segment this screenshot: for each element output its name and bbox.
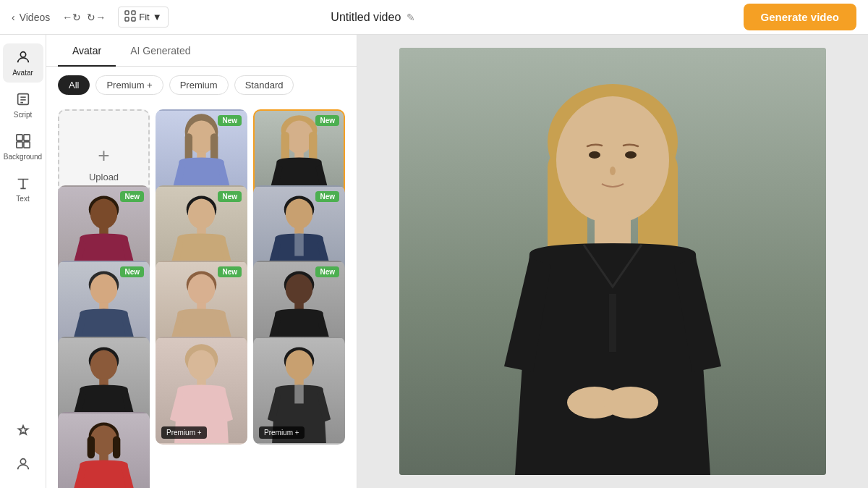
topbar-title-group: Untitled video ✎: [331, 11, 415, 24]
svg-point-66: [625, 151, 637, 159]
svg-rect-11: [16, 142, 22, 148]
sidebar-item-avatar[interactable]: Avatar: [3, 43, 43, 83]
video-title: Untitled video: [331, 11, 401, 24]
svg-point-38: [90, 274, 117, 305]
sidebar-item-effects[interactable]: [3, 418, 43, 447]
edit-title-icon[interactable]: ✎: [407, 12, 415, 23]
panel: Avatar AI Generated All Premium + Premiu…: [46, 35, 357, 488]
text-icon: [15, 175, 31, 193]
svg-point-64: [556, 96, 669, 224]
svg-point-13: [20, 459, 25, 464]
avatar-grid: + Upload: [46, 104, 357, 488]
svg-rect-10: [23, 135, 29, 140]
premium-badge-11: Premium +: [259, 426, 305, 439]
svg-point-67: [610, 167, 616, 175]
svg-rect-0: [125, 11, 129, 14]
sidebar-background-label: Background: [4, 153, 42, 161]
new-badge-7: New: [218, 266, 242, 277]
selected-avatar-preview: [399, 48, 826, 475]
svg-rect-58: [88, 437, 95, 459]
svg-point-34: [286, 198, 312, 229]
upload-label: Upload: [89, 172, 119, 182]
redo-button[interactable]: ↻→: [86, 7, 106, 28]
avatar-card-10[interactable]: Premium +: [156, 337, 247, 445]
canvas-area: [357, 35, 868, 488]
undo-redo-group: ←↻ ↻→: [61, 7, 106, 28]
sidebar-text-label: Text: [16, 195, 29, 203]
avatar-card-12[interactable]: Premium +: [58, 412, 150, 488]
generate-video-button[interactable]: Generate video: [744, 4, 856, 30]
new-badge-4: New: [218, 191, 242, 202]
svg-rect-59: [113, 437, 120, 459]
filter-premium-plus[interactable]: Premium +: [95, 75, 163, 95]
svg-point-65: [589, 151, 600, 159]
topbar-left: ‹ Videos ←↻ ↻→ Fit ▼: [12, 7, 322, 28]
avatar-card-11[interactable]: Premium +: [253, 337, 345, 445]
back-label: Videos: [20, 12, 51, 23]
undo-button[interactable]: ←↻: [61, 7, 82, 28]
svg-rect-12: [23, 142, 29, 148]
upload-plus-icon: +: [98, 144, 109, 167]
svg-rect-1: [132, 11, 135, 14]
filter-premium[interactable]: Premium: [169, 75, 229, 95]
svg-rect-36: [294, 233, 303, 256]
svg-point-26: [90, 198, 117, 229]
new-badge-6: New: [120, 266, 144, 277]
tab-ai-generated[interactable]: AI Generated: [116, 35, 205, 67]
new-badge-5: New: [315, 191, 339, 202]
sidebar-icons: Avatar Script Ba: [0, 35, 46, 488]
back-button[interactable]: ‹ Videos: [12, 12, 50, 23]
svg-rect-2: [125, 17, 129, 21]
back-icon: ‹: [12, 12, 15, 23]
new-badge-2: New: [315, 115, 339, 126]
svg-rect-9: [16, 135, 22, 140]
filter-all[interactable]: All: [58, 75, 90, 95]
filter-row: All Premium + Premium Standard: [46, 67, 357, 104]
video-canvas: [399, 48, 826, 475]
fit-chevron-icon: ▼: [153, 12, 162, 22]
panel-tabs: Avatar AI Generated: [46, 35, 357, 67]
svg-point-47: [90, 350, 117, 380]
sidebar-item-text[interactable]: Text: [3, 169, 43, 209]
script-icon: [15, 91, 31, 109]
filter-standard[interactable]: Standard: [234, 75, 294, 95]
svg-rect-55: [294, 384, 303, 403]
sidebar-avatar-label: Avatar: [12, 69, 33, 77]
fit-label: Fit: [139, 12, 149, 22]
new-badge-8: New: [315, 266, 339, 277]
background-icon: [15, 133, 31, 151]
svg-point-41: [188, 274, 215, 305]
premium-badge-10: Premium +: [161, 426, 207, 439]
svg-point-53: [286, 350, 312, 380]
svg-point-44: [286, 274, 312, 305]
sidebar-script-label: Script: [14, 111, 33, 119]
fit-icon: [124, 10, 136, 24]
topbar: ‹ Videos ←↻ ↻→ Fit ▼ Untitled video ✎ Ge…: [0, 0, 868, 35]
tab-avatar[interactable]: Avatar: [58, 35, 116, 67]
user-icon: [15, 456, 31, 474]
main-layout: Avatar Script Ba: [0, 35, 868, 488]
sidebar-item-background[interactable]: Background: [3, 127, 43, 167]
svg-point-4: [20, 52, 25, 57]
svg-point-70: [603, 387, 658, 418]
new-badge-3: New: [120, 191, 144, 202]
fit-button[interactable]: Fit ▼: [118, 7, 168, 28]
effects-icon: [15, 424, 31, 442]
svg-point-30: [188, 198, 215, 229]
sidebar-item-user[interactable]: [3, 450, 43, 479]
svg-rect-3: [132, 17, 135, 21]
sidebar-item-script[interactable]: Script: [3, 85, 43, 125]
avatar-icon: [15, 49, 31, 67]
new-badge-1: New: [218, 115, 242, 126]
svg-point-50: [188, 350, 215, 380]
